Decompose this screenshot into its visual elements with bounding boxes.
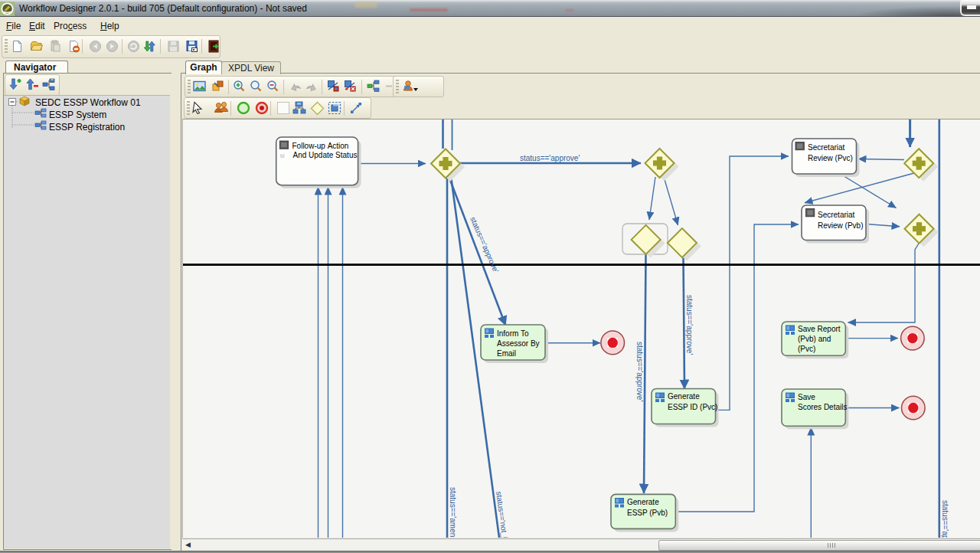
svg-text:Assessor By: Assessor By — [497, 339, 540, 348]
svg-text:ESSP ID (Pvc): ESSP ID (Pvc) — [668, 403, 717, 411]
svg-text:Email: Email — [497, 349, 516, 358]
svg-text:status=='approve': status=='approve' — [520, 154, 580, 162]
svg-text:Secretariat: Secretariat — [808, 143, 845, 152]
svg-text:Generate: Generate — [627, 498, 659, 506]
svg-text:status=='approve': status=='approve' — [941, 500, 949, 538]
svg-text:status=='amend_requ: status=='amend_requ — [449, 487, 457, 538]
svg-text:Save Report: Save Report — [798, 325, 841, 333]
svg-text:Follow-up Action: Follow-up Action — [292, 142, 349, 150]
svg-text:td: td — [280, 153, 285, 159]
svg-text:status=='approve': status=='approve' — [685, 295, 694, 355]
svg-text:(Pvb) and: (Pvb) and — [798, 335, 831, 343]
svg-text:ESSP (Pvb): ESSP (Pvb) — [627, 509, 668, 517]
svg-text:status=='approve': status=='approve' — [635, 342, 644, 401]
svg-text:Review (Pvb): Review (Pvb) — [818, 221, 863, 230]
svg-text:Inform To: Inform To — [497, 329, 529, 338]
svg-text:And Update Status: And Update Status — [293, 151, 358, 159]
svg-text:Secretariat: Secretariat — [818, 211, 855, 219]
svg-text:status=='not_justif: status=='not_justif — [495, 491, 511, 538]
svg-text:Save: Save — [798, 393, 815, 401]
svg-text:Scores Details: Scores Details — [798, 403, 847, 411]
svg-text:Generate: Generate — [668, 392, 700, 401]
svg-text:(Pvc): (Pvc) — [798, 345, 815, 353]
svg-text:Review (Pvc): Review (Pvc) — [808, 154, 853, 162]
